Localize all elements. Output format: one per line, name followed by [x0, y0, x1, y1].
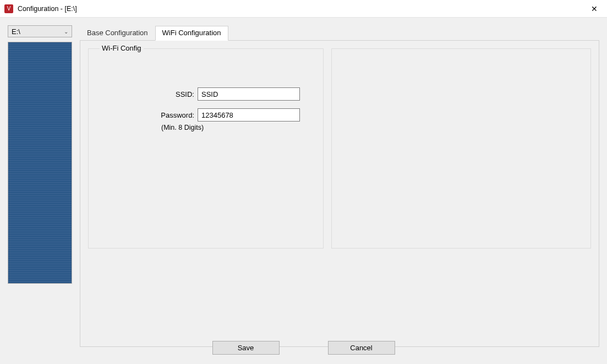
save-button[interactable]: Save — [212, 341, 280, 355]
group-title: Wi-Fi Config — [100, 44, 144, 52]
tab-panel-wifi: Wi-Fi Config SSID: Password: (Min. 8 Dig… — [80, 40, 599, 347]
title-bar: V Configuration - [E:\] ✕ — [0, 0, 607, 18]
dialog-footer: Save Cancel — [0, 337, 607, 359]
tab-label: Base Configuration — [87, 29, 148, 37]
password-hint: (Min. 8 Digits) — [161, 124, 315, 131]
right-panel — [331, 48, 591, 249]
tab-label: WiFi Configuration — [162, 29, 221, 37]
app-icon: V — [4, 4, 13, 13]
sd-card-image — [8, 42, 72, 284]
ssid-label: SSID: — [96, 90, 194, 98]
tab-wifi-configuration[interactable]: WiFi Configuration — [155, 26, 228, 41]
ssid-input[interactable] — [198, 87, 300, 101]
tabs: Base Configuration WiFi Configuration — [80, 25, 599, 40]
tab-base-configuration[interactable]: Base Configuration — [80, 26, 155, 41]
drive-select[interactable]: E:\ ⌄ — [8, 25, 72, 37]
close-button[interactable]: ✕ — [582, 0, 607, 18]
close-icon: ✕ — [591, 4, 598, 13]
cancel-button[interactable]: Cancel — [328, 341, 395, 355]
chevron-down-icon: ⌄ — [64, 29, 68, 35]
password-label: Password: — [96, 111, 194, 119]
window-title: Configuration - [E:\] — [18, 5, 77, 13]
drive-select-value: E:\ — [12, 27, 20, 36]
app-icon-letter: V — [7, 5, 11, 12]
password-input[interactable] — [198, 108, 300, 122]
wifi-config-group: Wi-Fi Config SSID: Password: (Min. 8 Dig… — [88, 48, 324, 249]
